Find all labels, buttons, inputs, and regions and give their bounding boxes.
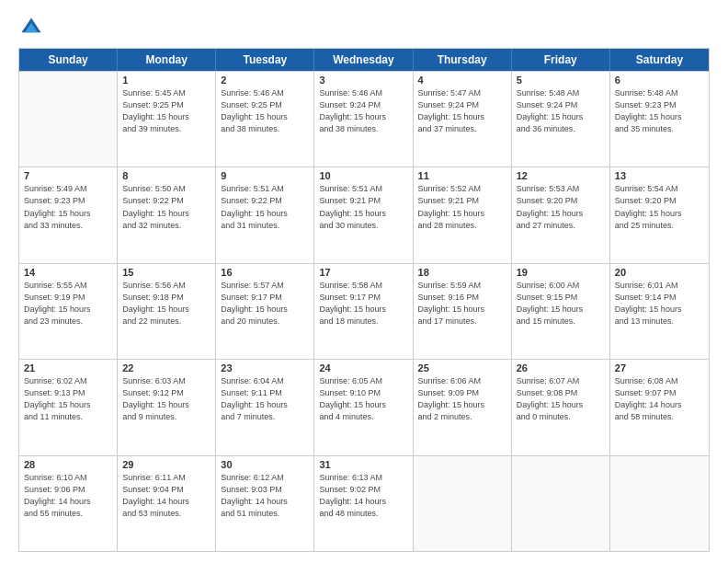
calendar-header-cell: Monday [118,49,216,71]
calendar-cell: 24Sunrise: 6:05 AM Sunset: 9:10 PM Dayli… [314,360,413,454]
calendar-cell: 19Sunrise: 6:00 AM Sunset: 9:15 PM Dayli… [512,264,610,359]
day-info: Sunrise: 5:48 AM Sunset: 9:24 PM Dayligh… [517,87,605,135]
day-info: Sunrise: 5:51 AM Sunset: 9:22 PM Dayligh… [221,183,309,231]
day-number: 2 [221,75,309,86]
day-info: Sunrise: 5:53 AM Sunset: 9:20 PM Dayligh… [517,183,605,231]
calendar-cell: 10Sunrise: 5:51 AM Sunset: 9:21 PM Dayli… [314,167,413,262]
calendar-body: 1Sunrise: 5:45 AM Sunset: 9:25 PM Daylig… [19,71,709,551]
calendar-cell: 21Sunrise: 6:02 AM Sunset: 9:13 PM Dayli… [19,360,118,454]
day-number: 8 [122,170,210,181]
calendar-cell: 18Sunrise: 5:59 AM Sunset: 9:16 PM Dayli… [414,264,512,359]
day-number: 26 [517,362,605,373]
day-info: Sunrise: 5:58 AM Sunset: 9:17 PM Dayligh… [319,280,407,327]
day-number: 3 [319,75,407,86]
calendar-cell: 5Sunrise: 5:48 AM Sunset: 9:24 PM Daylig… [512,72,610,167]
day-number: 12 [517,170,605,181]
day-number: 22 [122,362,210,373]
day-info: Sunrise: 5:48 AM Sunset: 9:23 PM Dayligh… [615,87,704,135]
calendar-cell: 14Sunrise: 5:55 AM Sunset: 9:19 PM Dayli… [19,264,118,359]
day-info: Sunrise: 6:01 AM Sunset: 9:14 PM Dayligh… [615,280,704,327]
day-number: 24 [319,362,407,373]
calendar-header-cell: Tuesday [216,49,314,71]
calendar-header-cell: Saturday [610,49,709,71]
day-info: Sunrise: 6:04 AM Sunset: 9:11 PM Dayligh… [221,375,309,423]
calendar-cell: 28Sunrise: 6:10 AM Sunset: 9:06 PM Dayli… [19,456,118,551]
day-info: Sunrise: 5:52 AM Sunset: 9:21 PM Dayligh… [418,183,506,231]
day-number: 7 [24,170,112,181]
calendar-cell: 2Sunrise: 5:46 AM Sunset: 9:25 PM Daylig… [216,72,314,167]
day-number: 4 [418,75,506,86]
calendar-cell: 17Sunrise: 5:58 AM Sunset: 9:17 PM Dayli… [314,264,413,359]
day-number: 28 [24,459,112,470]
day-info: Sunrise: 6:03 AM Sunset: 9:12 PM Dayligh… [122,375,210,423]
day-number: 15 [122,267,210,278]
calendar-cell: 20Sunrise: 6:01 AM Sunset: 9:14 PM Dayli… [610,264,709,359]
calendar-cell [512,456,610,551]
day-info: Sunrise: 6:12 AM Sunset: 9:03 PM Dayligh… [221,472,309,520]
calendar-cell: 3Sunrise: 5:46 AM Sunset: 9:24 PM Daylig… [314,72,413,167]
day-number: 21 [24,362,112,373]
calendar-header-cell: Thursday [414,49,512,71]
calendar-cell: 26Sunrise: 6:07 AM Sunset: 9:08 PM Dayli… [512,360,610,454]
calendar-cell: 4Sunrise: 5:47 AM Sunset: 9:24 PM Daylig… [414,72,512,167]
calendar-cell: 27Sunrise: 6:08 AM Sunset: 9:07 PM Dayli… [610,360,709,454]
day-info: Sunrise: 6:07 AM Sunset: 9:08 PM Dayligh… [517,375,605,423]
calendar-cell: 7Sunrise: 5:49 AM Sunset: 9:23 PM Daylig… [19,167,118,262]
calendar-cell: 12Sunrise: 5:53 AM Sunset: 9:20 PM Dayli… [512,167,610,262]
calendar-row: 21Sunrise: 6:02 AM Sunset: 9:13 PM Dayli… [19,359,709,454]
day-info: Sunrise: 5:54 AM Sunset: 9:20 PM Dayligh… [615,183,704,231]
calendar-cell: 30Sunrise: 6:12 AM Sunset: 9:03 PM Dayli… [216,456,314,551]
day-number: 14 [24,267,112,278]
page-header [18,15,710,40]
day-info: Sunrise: 5:46 AM Sunset: 9:25 PM Dayligh… [221,87,309,135]
day-info: Sunrise: 6:05 AM Sunset: 9:10 PM Dayligh… [319,375,407,423]
logo-icon [18,15,44,40]
calendar-cell [414,456,512,551]
day-number: 16 [221,267,309,278]
calendar-cell: 23Sunrise: 6:04 AM Sunset: 9:11 PM Dayli… [216,360,314,454]
calendar-cell: 13Sunrise: 5:54 AM Sunset: 9:20 PM Dayli… [610,167,709,262]
day-info: Sunrise: 6:13 AM Sunset: 9:02 PM Dayligh… [319,472,407,520]
calendar-cell: 6Sunrise: 5:48 AM Sunset: 9:23 PM Daylig… [610,72,709,167]
day-number: 31 [319,459,407,470]
calendar-header-cell: Wednesday [314,49,413,71]
calendar-cell: 15Sunrise: 5:56 AM Sunset: 9:18 PM Dayli… [118,264,216,359]
calendar-cell: 1Sunrise: 5:45 AM Sunset: 9:25 PM Daylig… [118,72,216,167]
calendar-cell: 25Sunrise: 6:06 AM Sunset: 9:09 PM Dayli… [414,360,512,454]
day-number: 29 [122,459,210,470]
day-info: Sunrise: 6:08 AM Sunset: 9:07 PM Dayligh… [615,375,704,423]
calendar-cell [19,72,118,167]
day-number: 25 [418,362,506,373]
calendar-cell: 11Sunrise: 5:52 AM Sunset: 9:21 PM Dayli… [414,167,512,262]
calendar-row: 14Sunrise: 5:55 AM Sunset: 9:19 PM Dayli… [19,263,709,359]
calendar-cell: 31Sunrise: 6:13 AM Sunset: 9:02 PM Dayli… [314,456,413,551]
day-number: 6 [615,75,704,86]
calendar-header-cell: Friday [512,49,610,71]
day-number: 5 [517,75,605,86]
logo [18,15,48,40]
day-number: 9 [221,170,309,181]
day-info: Sunrise: 5:49 AM Sunset: 9:23 PM Dayligh… [24,183,112,231]
day-number: 18 [418,267,506,278]
day-info: Sunrise: 6:06 AM Sunset: 9:09 PM Dayligh… [418,375,506,423]
calendar-header: SundayMondayTuesdayWednesdayThursdayFrid… [19,49,709,71]
calendar-row: 28Sunrise: 6:10 AM Sunset: 9:06 PM Dayli… [19,455,709,551]
day-number: 11 [418,170,506,181]
day-number: 17 [319,267,407,278]
calendar-cell: 8Sunrise: 5:50 AM Sunset: 9:22 PM Daylig… [118,167,216,262]
day-info: Sunrise: 5:46 AM Sunset: 9:24 PM Dayligh… [319,87,407,135]
day-info: Sunrise: 6:11 AM Sunset: 9:04 PM Dayligh… [122,472,210,520]
day-number: 30 [221,459,309,470]
calendar-cell: 29Sunrise: 6:11 AM Sunset: 9:04 PM Dayli… [118,456,216,551]
day-info: Sunrise: 5:59 AM Sunset: 9:16 PM Dayligh… [418,280,506,327]
calendar-row: 1Sunrise: 5:45 AM Sunset: 9:25 PM Daylig… [19,71,709,167]
day-info: Sunrise: 5:55 AM Sunset: 9:19 PM Dayligh… [24,280,112,327]
day-number: 10 [319,170,407,181]
day-info: Sunrise: 5:57 AM Sunset: 9:17 PM Dayligh… [221,280,309,327]
day-info: Sunrise: 6:02 AM Sunset: 9:13 PM Dayligh… [24,375,112,423]
day-info: Sunrise: 5:56 AM Sunset: 9:18 PM Dayligh… [122,280,210,327]
calendar-cell: 22Sunrise: 6:03 AM Sunset: 9:12 PM Dayli… [118,360,216,454]
calendar-cell: 16Sunrise: 5:57 AM Sunset: 9:17 PM Dayli… [216,264,314,359]
calendar-cell [610,456,709,551]
day-info: Sunrise: 6:00 AM Sunset: 9:15 PM Dayligh… [517,280,605,327]
